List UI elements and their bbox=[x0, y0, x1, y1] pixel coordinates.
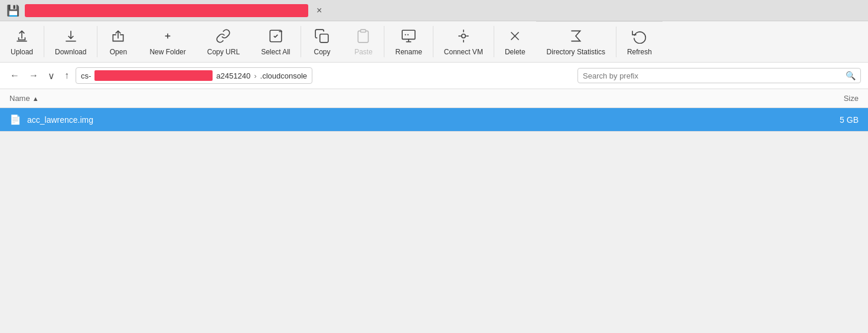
copy-url-icon bbox=[215, 28, 231, 44]
toolbar-row-1: Upload Download bbox=[0, 21, 536, 62]
new-folder-icon bbox=[159, 28, 176, 44]
toolbar: Upload Download bbox=[0, 21, 868, 63]
file-table: Name ▲ Size 📄 acc_lawrence.img 5 GB bbox=[0, 89, 868, 132]
forward-button[interactable]: → bbox=[26, 69, 41, 82]
svg-rect-10 bbox=[361, 30, 366, 32]
open-icon bbox=[110, 28, 126, 44]
nav-bar: ← → ∨ ↑ cs- a2451240 › .cloudconsole 🔍 bbox=[0, 63, 868, 89]
path-folder: .cloudconsole bbox=[260, 71, 308, 80]
file-icon: 📄 bbox=[9, 114, 21, 125]
search-icon: 🔍 bbox=[846, 71, 856, 80]
refresh-icon bbox=[631, 28, 648, 44]
rename-icon bbox=[400, 28, 417, 44]
rename-button[interactable]: Rename bbox=[384, 21, 432, 62]
paste-label: Paste bbox=[354, 48, 373, 56]
dropdown-button[interactable]: ∨ bbox=[45, 69, 58, 83]
upload-button[interactable]: Upload bbox=[0, 21, 44, 62]
connect-vm-icon bbox=[455, 28, 472, 44]
new-folder-button[interactable]: New Folder bbox=[139, 21, 196, 62]
search-input[interactable] bbox=[583, 71, 846, 80]
download-icon bbox=[63, 28, 79, 44]
directory-statistics-button[interactable]: Directory Statistics bbox=[536, 22, 616, 62]
file-table-header: Name ▲ Size bbox=[0, 89, 868, 108]
path-bar[interactable]: cs- a2451240 › .cloudconsole bbox=[76, 67, 312, 84]
select-all-icon bbox=[267, 28, 284, 44]
open-button[interactable]: Open bbox=[97, 21, 139, 62]
select-all-label: Select All bbox=[261, 48, 290, 56]
col-name-header[interactable]: Name ▲ bbox=[9, 94, 788, 103]
connect-vm-button[interactable]: Connect VM bbox=[433, 21, 494, 62]
col-size-label: Size bbox=[844, 94, 859, 103]
paste-button[interactable]: Paste bbox=[342, 21, 384, 62]
copy-url-label: Copy URL bbox=[207, 48, 240, 56]
copy-icon bbox=[314, 28, 330, 44]
copy-label: Copy bbox=[314, 48, 330, 56]
refresh-button[interactable]: Refresh bbox=[616, 22, 663, 62]
upload-icon bbox=[14, 28, 30, 44]
directory-statistics-label: Directory Statistics bbox=[547, 48, 605, 56]
svg-point-18 bbox=[462, 34, 466, 38]
select-all-button[interactable]: Select All bbox=[250, 21, 301, 62]
copy-button[interactable]: Copy bbox=[301, 21, 342, 62]
delete-icon bbox=[507, 28, 523, 44]
tab-close-button[interactable]: × bbox=[312, 6, 327, 15]
connect-vm-label: Connect VM bbox=[444, 48, 483, 56]
open-label: Open bbox=[110, 48, 127, 56]
tab-title-redacted bbox=[25, 4, 308, 17]
path-suffix: a2451240 bbox=[216, 71, 250, 80]
path-prefix: cs- bbox=[81, 71, 91, 80]
tab-bar: 💾 × bbox=[0, 0, 868, 21]
sigma-icon bbox=[567, 28, 584, 44]
sort-arrow: ▲ bbox=[32, 95, 39, 102]
path-redacted bbox=[94, 70, 213, 81]
download-label: Download bbox=[55, 48, 86, 56]
up-button[interactable]: ↑ bbox=[61, 69, 72, 82]
upload-label: Upload bbox=[11, 48, 33, 56]
delete-label: Delete bbox=[505, 48, 526, 56]
rename-label: Rename bbox=[395, 48, 422, 56]
new-folder-label: New Folder bbox=[149, 48, 185, 56]
col-size-header[interactable]: Size bbox=[788, 94, 859, 103]
file-name: acc_lawrence.img bbox=[27, 115, 788, 125]
paste-icon bbox=[355, 28, 371, 44]
tab-icon: 💾 bbox=[0, 4, 21, 17]
col-name-label: Name bbox=[9, 94, 30, 103]
download-button[interactable]: Download bbox=[44, 21, 97, 62]
file-size: 5 GB bbox=[788, 115, 859, 125]
toolbar-row-2: Directory Statistics Refresh bbox=[536, 21, 663, 62]
delete-button[interactable]: Delete bbox=[494, 21, 536, 62]
search-bar[interactable]: 🔍 bbox=[577, 68, 861, 83]
copy-url-button[interactable]: Copy URL bbox=[197, 21, 250, 62]
svg-rect-9 bbox=[320, 34, 328, 42]
path-separator-1: › bbox=[254, 71, 256, 80]
refresh-label: Refresh bbox=[627, 48, 652, 56]
table-row[interactable]: 📄 acc_lawrence.img 5 GB bbox=[0, 108, 868, 132]
back-button[interactable]: ← bbox=[7, 69, 22, 82]
